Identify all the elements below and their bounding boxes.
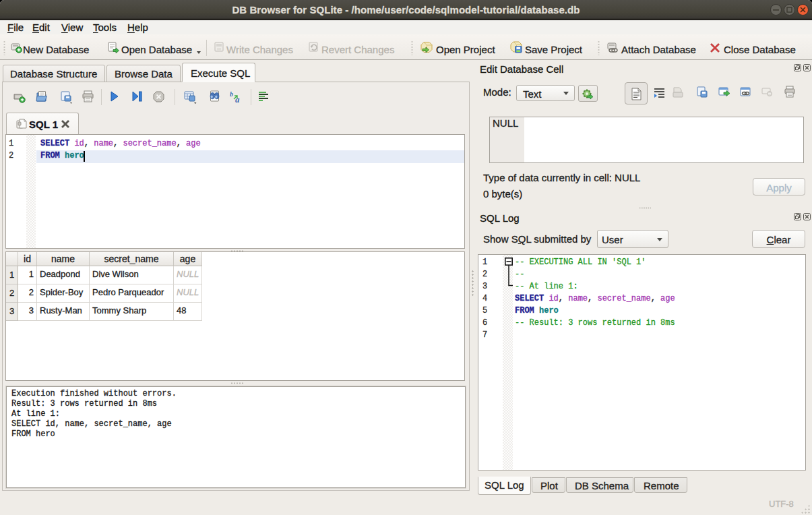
svg-text:b: b [230, 90, 233, 98]
